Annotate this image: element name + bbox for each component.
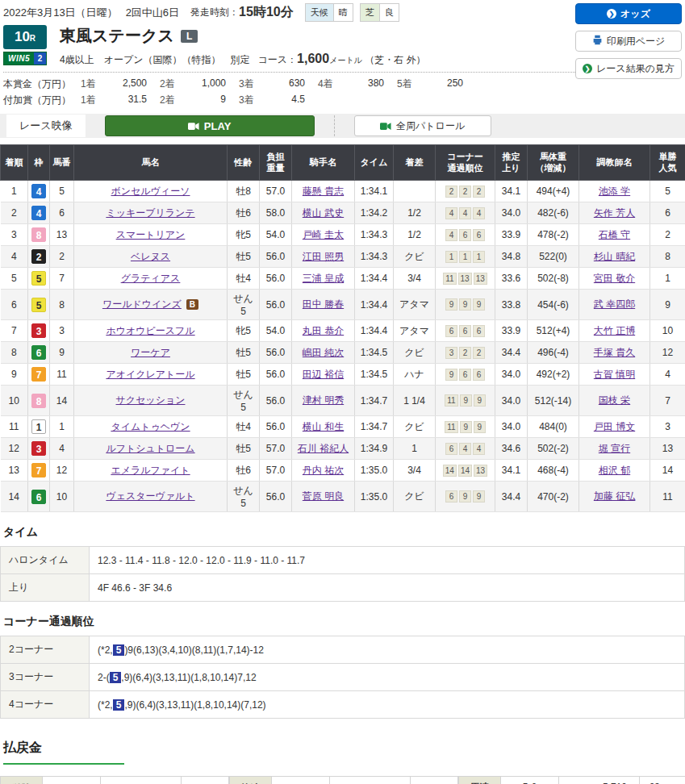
horse-link[interactable]: ベレヌス [131,251,170,262]
horse-link[interactable]: ボンセルヴィーソ [111,186,190,197]
time-cell: 1:34.5 [355,364,394,386]
jockey-link[interactable]: 三浦 皇成 [303,273,344,284]
bet-type-label: 馬連 [459,777,501,784]
sex-age-cell: せん5 [228,482,260,512]
trainer-link[interactable]: 手塚 貴久 [594,347,635,358]
ninki-cell: 10 [650,320,685,342]
sex-age-cell: 牡5 [228,364,260,386]
jockey-link[interactable]: 嶋田 純次 [303,347,344,358]
trainer-link[interactable]: 大竹 正博 [594,325,635,336]
horse-link[interactable]: ルフトシュトローム [106,443,194,454]
corner-position-chip: 9 [474,394,486,407]
column-header: タイム [355,145,394,181]
time-cell: 1:35.0 [355,482,394,512]
horse-link[interactable]: ホウオウピースフル [106,325,194,336]
trainer-cell: 国枝 栄 [579,386,650,416]
jockey-link[interactable]: 横山 武史 [303,207,344,219]
trainer-link[interactable]: 宮田 敬介 [594,273,635,284]
jockey-link[interactable]: 津村 明秀 [303,394,344,406]
result-guide-button[interactable]: ❯レース結果の見方 [575,58,682,79]
weather-badge: 芝良 [360,3,399,22]
jockey-link[interactable]: 石川 裕紀人 [298,443,349,454]
horse-link[interactable]: エメラルファイト [111,465,190,476]
blinker-badge: B [186,299,198,310]
rank-cell: 7 [1,320,28,342]
results-table: 着順枠馬番馬名性齢負担 重量騎手名タイム着差コーナー 通過順位推定 上り馬体重 … [0,144,685,512]
play-button[interactable]: PLAY [105,115,315,136]
sex-age-cell: 牡5 [228,342,260,364]
body-weight-cell: 522(0) [528,246,579,268]
jockey-link[interactable]: 江田 照男 [303,251,344,262]
corner-positions-cell: 1199 [436,386,495,416]
trainer-link[interactable]: 武 幸四郎 [594,298,635,310]
jockey-link[interactable]: 横山 和生 [303,421,344,432]
jockey-link[interactable]: 田辺 裕信 [303,369,344,380]
jockey-link[interactable]: 戸崎 圭太 [303,229,344,240]
last3f-cell: 33.6 [495,268,528,290]
carried-weight-cell: 57.0 [260,460,292,482]
trainer-link[interactable]: 堀 宣行 [599,443,630,454]
horse-link[interactable]: ワールドウインズ [102,298,182,310]
horse-link[interactable]: タイムトゥヘヴン [111,421,190,432]
start-time: 15時10分 [239,4,294,21]
horse-link[interactable]: ミッキーブリランテ [106,207,194,219]
horse-number-cell: 3 [50,320,74,342]
trainer-link[interactable]: 国枝 栄 [599,394,630,406]
corner-position-chip: 9 [460,421,472,433]
trainer-link[interactable]: 戸田 博文 [594,421,635,432]
trainer-link[interactable]: 古賀 慎明 [594,369,635,380]
time-row: 上り4F 46.6 - 3F 34.6 [1,574,685,602]
horse-link[interactable]: アオイクレアトール [106,369,194,380]
time-cell: 1:34.4 [355,268,394,290]
horse-name-cell: エメラルファイト [74,460,228,482]
arrow-circle-icon: ❯ [583,64,592,73]
print-page-button[interactable]: 印刷用ページ [575,31,682,52]
prize-item: 5着250 [397,77,476,91]
jockey-cell: 田辺 裕信 [292,364,355,386]
trainer-link[interactable]: 相沢 郁 [599,465,630,476]
prize-main-values: 1着2,5002着1,0003着6304着3805着250 [81,77,476,91]
trainer-link[interactable]: 池添 学 [599,186,630,197]
corner-position-chip: 1 [473,251,485,263]
patrol-video-button[interactable]: 全周パトロール [354,115,491,136]
ninki-cell: 7 [650,386,685,416]
horse-link[interactable]: スマートリアン [116,229,186,240]
horse-number-cell: 10 [50,482,74,512]
last3f-cell: 33.8 [495,290,528,320]
trainer-link[interactable]: 矢作 芳人 [594,207,635,219]
horse-link[interactable]: ヴェスターヴァルト [106,490,194,502]
trainer-cell: 宮田 敬介 [579,268,650,290]
sex-age-cell: 牝5 [228,320,260,342]
sex-age-cell: せん5 [228,290,260,320]
horse-link[interactable]: サクセッション [116,394,186,406]
horse-link[interactable]: ワーケア [131,347,170,358]
weather-badges: 天候晴芝良 [305,3,406,22]
odds-button[interactable]: ❯オッズ [575,3,682,24]
weather-value: 良 [380,4,399,21]
trainer-link[interactable]: 加藤 征弘 [594,490,635,502]
horse-link[interactable]: グラティアス [121,273,181,284]
race-badges: 10R WIN5 2 [3,25,52,67]
trainer-link[interactable]: 杉山 晴紀 [594,251,635,262]
jockey-link[interactable]: 菅原 明良 [303,490,344,502]
jockey-link[interactable]: 藤懸 貴志 [303,186,344,197]
corner-positions-cell: 966 [436,364,495,386]
trainer-link[interactable]: 石橋 守 [599,229,630,240]
prize-item: 3着4.5 [239,94,318,107]
jockey-link[interactable]: 丸田 恭介 [303,325,344,336]
jockey-cell: 横山 和生 [292,416,355,438]
trainer-cell: 武 幸四郎 [579,290,650,320]
jockey-link[interactable]: 丹内 祐次 [303,465,344,476]
race-meeting: 2回中山6日 [126,6,179,20]
horse-number-cell: 12 [50,460,74,482]
last3f-cell: 34.4 [495,482,528,512]
jockey-cell: 津村 明秀 [292,386,355,416]
column-header: 推定 上り [495,145,528,181]
corner-position-chip: 2 [459,186,471,198]
corner-position-chip: 4 [459,207,471,219]
corner-position-chip: 9 [460,394,472,407]
carried-weight-cell: 56.0 [260,246,292,268]
margin-cell: 3/4 [394,268,436,290]
horse-name-cell: スマートリアン [74,224,228,246]
jockey-link[interactable]: 田中 勝春 [303,298,344,310]
